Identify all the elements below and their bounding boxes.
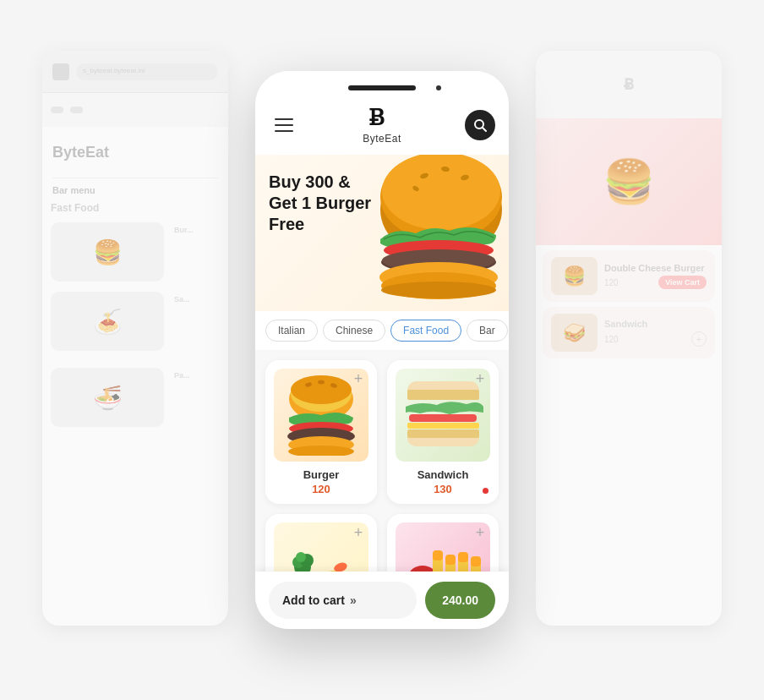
bg-screen-left: s_byteeat.byteeat.in/ ByteEat Bar menu F…: [42, 51, 228, 626]
bg-screen-right: Ƀ 🍔 🍔 Double Cheese Burger 120 View Cart…: [536, 51, 722, 626]
svg-rect-27: [407, 390, 479, 400]
phone-notch-area: [255, 71, 509, 105]
bg-right-thumb-2: 🥪: [551, 314, 598, 352]
bg-food-item-burger: 🍔: [51, 222, 164, 282]
bg-burger-emoji: 🍔: [93, 238, 123, 266]
svg-rect-52: [471, 556, 481, 566]
svg-rect-48: [445, 555, 456, 565]
svg-rect-28: [409, 414, 477, 422]
menu-line-2: [275, 124, 293, 126]
bg-right-card-2: 🥪 Sandwich 120 +: [543, 307, 715, 358]
food-card-add-sticks[interactable]: +: [470, 522, 490, 543]
add-to-cart-button[interactable]: Add to cart »: [269, 582, 417, 619]
phone-camera-dot: [436, 85, 441, 90]
svg-line-2: [483, 128, 486, 131]
tab-chinese[interactable]: Chinese: [323, 320, 385, 342]
hero-burger-svg: [348, 155, 509, 311]
tab-fastfood[interactable]: Fast Food: [390, 320, 461, 342]
bg-food-label-bur: Bur...: [169, 222, 220, 282]
bg-right-top-bar: Ƀ: [536, 51, 722, 118]
menu-line-1: [275, 118, 293, 120]
svg-rect-31: [407, 429, 479, 438]
add-to-cart-label: Add to cart: [282, 593, 345, 607]
bg-nav-icon: [51, 107, 63, 113]
bottom-bar: Add to cart » 240.00: [255, 571, 509, 629]
bg-food-item-pasta: 🍝: [51, 292, 164, 351]
svg-point-18: [291, 375, 352, 404]
svg-point-37: [296, 552, 306, 562]
tab-italian[interactable]: Italian: [265, 320, 318, 342]
hero-title-line1: Buy 300 &: [269, 172, 371, 193]
food-card-add-noodles[interactable]: +: [348, 522, 368, 543]
bg-left-top-bar: s_byteeat.byteeat.in/: [42, 51, 228, 93]
bg-price-row-1: 120 View Cart: [604, 276, 707, 289]
bg-price-row-2: 120 +: [604, 331, 707, 347]
food-card-add-sandwich[interactable]: +: [470, 369, 490, 389]
bg-right-card-info-2: Sandwich 120 +: [604, 319, 707, 347]
bg-left-bar-menu: Bar menu: [42, 178, 228, 199]
bg-url-text: s_byteeat.byteeat.in/: [76, 63, 218, 78]
bg-left-nav-bar: [42, 93, 228, 127]
svg-rect-50: [458, 552, 468, 562]
bg-right-card-title-1: Double Cheese Burger: [604, 263, 707, 273]
food-card-name-burger: Burger: [274, 468, 368, 481]
bg-left-brand-area: ByteEat: [42, 127, 228, 178]
bg-food-label-sa: Sa...: [169, 292, 220, 351]
price-value: 240.00: [442, 593, 478, 607]
brand-logo: Ƀ ByteEat: [363, 105, 401, 145]
food-card-add-burger[interactable]: +: [348, 369, 368, 389]
bg-food-row-3: 🍜 Pa...: [42, 363, 228, 432]
svg-rect-29: [407, 423, 479, 429]
price-button[interactable]: 240.00: [425, 582, 495, 619]
food-card-name-sandwich: Sandwich: [396, 468, 490, 481]
search-button[interactable]: [465, 110, 495, 140]
brand-svg-icon: Ƀ: [368, 105, 396, 129]
hero-burger-image: [348, 155, 509, 311]
bg-pasta-emoji: 🍝: [93, 308, 123, 336]
phone-notch: [348, 85, 416, 90]
bg-spacer: [42, 356, 228, 363]
bg-right-hero: 🍔: [536, 118, 722, 245]
bg-food-label-pa: Pa...: [169, 368, 220, 427]
food-card-burger: + Burger: [265, 360, 377, 504]
tab-bar[interactable]: Bar: [467, 320, 508, 342]
bg-right-hero-burger: 🍔: [603, 158, 655, 205]
svg-point-15: [381, 282, 496, 298]
bg-right-logo: Ƀ: [614, 70, 644, 100]
bg-right-add-icon: +: [691, 331, 707, 347]
bg-fast-food-label: Fast Food: [42, 199, 228, 217]
bg-view-cart-btn-1: View Cart: [658, 276, 707, 289]
phone-frame: Ƀ ByteEat Buy 300 & Get 1 Burger Free: [255, 71, 509, 629]
bg-food-pa-text: Pa...: [174, 368, 220, 380]
chevron-double-icon: »: [350, 593, 357, 607]
svg-rect-46: [433, 550, 443, 561]
bg-left-url-bar: s_byteeat.byteeat.in/: [76, 63, 218, 80]
bg-right-card-title-2: Sandwich: [604, 319, 707, 329]
svg-point-5: [382, 155, 500, 230]
menu-button[interactable]: [269, 110, 299, 140]
phone-content: Ƀ ByteEat Buy 300 & Get 1 Burger Free: [255, 71, 509, 629]
bg-right-hero-graphic: 🍔: [586, 140, 672, 223]
food-card-price-burger: 120: [274, 483, 368, 495]
bg-right-card-info-1: Double Cheese Burger 120 View Cart: [604, 263, 707, 289]
bg-left-brand-name: ByteEat: [52, 144, 109, 161]
bg-right-card-1: 🍔 Double Cheese Burger 120 View Cart: [543, 250, 715, 302]
brand-icon: Ƀ: [368, 105, 396, 133]
bg-left-home-icon: [52, 63, 69, 80]
food-card-dot-sandwich: [483, 488, 488, 494]
svg-text:Ƀ: Ƀ: [368, 106, 385, 129]
bg-right-price-1: 120: [604, 278, 619, 287]
bg-noodles-emoji: 🍜: [93, 384, 123, 412]
hero-banner: Buy 300 & Get 1 Burger Free: [255, 155, 509, 311]
hero-title-line2: Get 1 Burger: [269, 193, 371, 214]
bg-food-row-2: 🍝 Sa...: [42, 287, 228, 356]
brand-name: ByteEat: [363, 133, 401, 145]
bg-food-bur-text: Bur...: [174, 222, 220, 234]
search-icon: [473, 118, 487, 132]
bg-food-sa-text: Sa...: [174, 292, 220, 304]
bg-right-thumb-1: 🍔: [551, 257, 598, 295]
bg-nav-icon-2: [70, 107, 83, 113]
bg-right-price-2: 120: [604, 335, 619, 344]
hero-text: Buy 300 & Get 1 Burger Free: [269, 172, 371, 235]
bg-food-item-noodles: 🍜: [51, 368, 164, 427]
